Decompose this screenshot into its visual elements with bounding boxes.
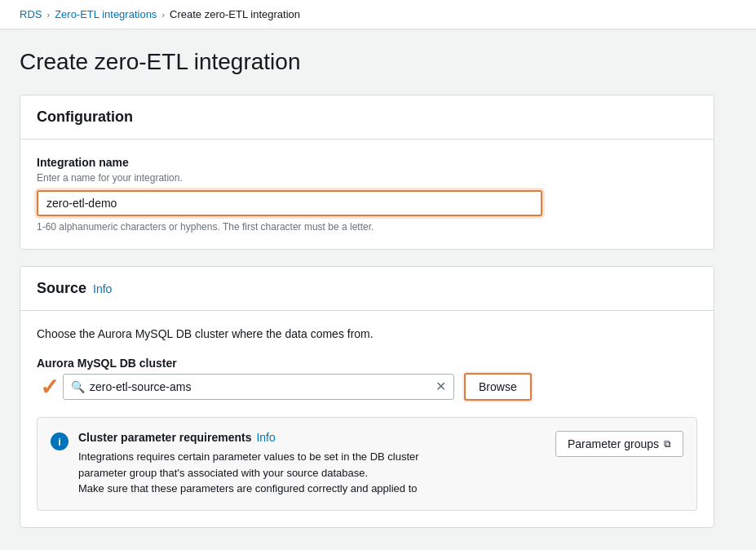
source-description: Choose the Aurora MySQL DB cluster where… bbox=[37, 327, 697, 340]
info-icon: i bbox=[51, 432, 69, 450]
integration-name-constraint: 1-60 alphanumeric characters or hyphens.… bbox=[37, 221, 697, 233]
param-groups-label: Parameter groups bbox=[568, 437, 659, 450]
breadcrumb-zero-etl[interactable]: Zero-ETL integrations bbox=[55, 8, 157, 20]
breadcrumb: RDS › Zero-ETL integrations › Create zer… bbox=[0, 0, 756, 29]
breadcrumb-current: Create zero-ETL integration bbox=[170, 8, 300, 20]
info-box-title: Cluster parameter requirements Info bbox=[78, 431, 419, 444]
cluster-label: Aurora MySQL DB cluster bbox=[37, 357, 697, 370]
cluster-search-container: ✓ 🔍 ✕ Browse bbox=[63, 373, 697, 401]
param-info-link[interactable]: Info bbox=[256, 431, 275, 444]
integration-name-wrapper bbox=[37, 190, 697, 216]
browse-button[interactable]: Browse bbox=[464, 373, 532, 401]
integration-name-hint: Enter a name for your integration. bbox=[37, 172, 697, 184]
configuration-card: Configuration Integration name Enter a n… bbox=[20, 95, 714, 250]
info-box-text: Integrations requires certain parameter … bbox=[78, 449, 419, 497]
page-title: Create zero-ETL integration bbox=[20, 49, 714, 75]
search-input-wrapper: 🔍 ✕ bbox=[63, 374, 454, 400]
configuration-body: Integration name Enter a name for your i… bbox=[20, 140, 714, 249]
integration-name-input[interactable] bbox=[37, 190, 542, 216]
breadcrumb-sep-2: › bbox=[161, 10, 165, 20]
breadcrumb-sep-1: › bbox=[46, 10, 50, 20]
source-body: Choose the Aurora MySQL DB cluster where… bbox=[20, 311, 714, 527]
configuration-title: Configuration bbox=[37, 109, 697, 126]
source-title: Source bbox=[37, 280, 86, 297]
search-icon: 🔍 bbox=[71, 380, 85, 393]
info-box-left: i Cluster parameter requirements Info In… bbox=[51, 431, 419, 497]
configuration-header: Configuration bbox=[20, 95, 714, 140]
external-link-icon: ⧉ bbox=[664, 438, 671, 450]
checkmark-icon: ✓ bbox=[40, 374, 59, 401]
breadcrumb-rds[interactable]: RDS bbox=[20, 8, 42, 20]
source-info-link[interactable]: Info bbox=[93, 282, 112, 295]
parameter-groups-button[interactable]: Parameter groups ⧉ bbox=[555, 431, 683, 457]
source-title-row: Source Info bbox=[37, 280, 697, 297]
integration-name-label: Integration name bbox=[37, 156, 697, 169]
source-header: Source Info bbox=[20, 267, 714, 311]
cluster-search-input[interactable] bbox=[63, 374, 454, 400]
cluster-parameter-info-box: i Cluster parameter requirements Info In… bbox=[37, 417, 697, 511]
clear-button[interactable]: ✕ bbox=[435, 380, 446, 393]
source-card: Source Info Choose the Aurora MySQL DB c… bbox=[20, 266, 714, 528]
info-box-content: Cluster parameter requirements Info Inte… bbox=[78, 431, 419, 497]
